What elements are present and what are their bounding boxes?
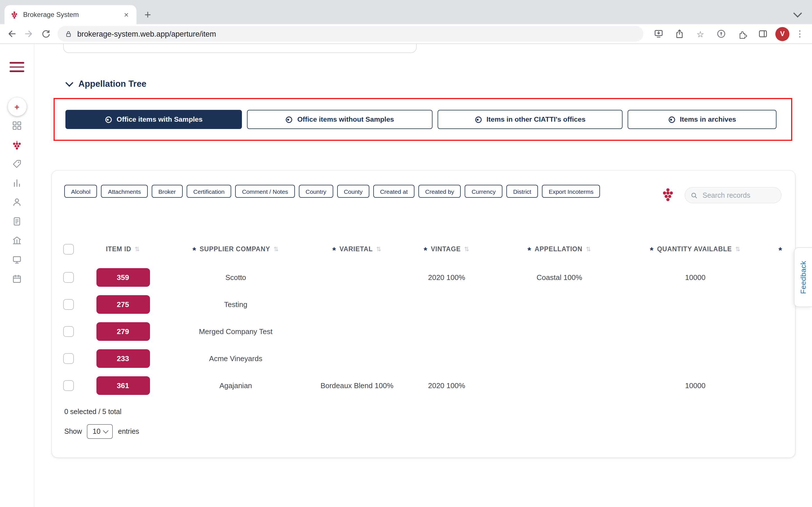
filter-chip-alcohol[interactable]: Alcohol <box>64 185 97 198</box>
target-dot-icon <box>668 116 675 123</box>
sidebar-nav <box>0 121 34 284</box>
sidebar-dashboard-icon[interactable] <box>12 121 22 131</box>
section-title: Appellation Tree <box>79 79 146 89</box>
item-id-badge[interactable]: 279 <box>96 322 150 341</box>
forward-arrow-icon <box>24 29 34 39</box>
extensions-button[interactable] <box>733 25 751 42</box>
row-checkbox[interactable] <box>63 380 74 391</box>
back-button[interactable] <box>3 25 20 42</box>
sidebar-tags-icon[interactable] <box>12 159 22 169</box>
row-checkbox[interactable] <box>63 272 74 283</box>
filter-chip-country[interactable]: Country <box>299 185 333 198</box>
chevron-down-icon <box>103 428 109 434</box>
new-tab-button[interactable]: + <box>140 7 156 22</box>
filter-chip-currency[interactable]: Currency <box>465 185 502 198</box>
sidebar-calendar-icon[interactable] <box>12 274 22 284</box>
sidebar-monitor-icon[interactable] <box>12 255 22 265</box>
lock-icon <box>64 30 73 38</box>
column-header-supplier-company[interactable]: * SUPPLIER COMPANY ⇅ <box>158 245 313 252</box>
sort-icon[interactable]: ⇅ <box>273 245 279 252</box>
item-id-badge[interactable]: 275 <box>96 295 150 314</box>
item-id-badge[interactable]: 361 <box>96 376 150 395</box>
browser-menu-kebab-icon[interactable]: ⋮ <box>794 29 806 39</box>
puzzle-icon <box>737 29 747 39</box>
office-items-without-samples-button[interactable]: Office items without Samples <box>247 110 433 129</box>
filter-chip-export-incoterms[interactable]: Export Incoterms <box>542 185 600 198</box>
select-all-checkbox[interactable] <box>63 244 74 255</box>
items-in-archives-button[interactable]: Items in archives <box>627 110 776 129</box>
quantity-available-cell: 10000 <box>626 381 765 390</box>
target-dot-icon <box>285 116 293 123</box>
forward-button[interactable] <box>20 25 37 42</box>
table-row: 279 Merged Company Test <box>52 318 795 345</box>
page-size-select[interactable]: 10 <box>87 424 113 439</box>
side-panel-icon <box>758 29 768 39</box>
tab-search-chevron-icon[interactable] <box>793 9 802 17</box>
filter-chip-broker[interactable]: Broker <box>152 185 183 198</box>
feedback-label: Feedback <box>799 261 808 293</box>
filter-chip-attachments[interactable]: Attachments <box>101 185 148 198</box>
filter-chip-county[interactable]: County <box>337 185 369 198</box>
sort-icon[interactable]: ⇅ <box>735 245 741 252</box>
share-button[interactable] <box>671 25 688 42</box>
column-header-item-id[interactable]: ITEM ID ⇅ <box>88 245 158 252</box>
bookmark-button[interactable]: ☆ <box>692 25 709 42</box>
sort-icon[interactable]: ⇅ <box>376 245 382 252</box>
column-header-vintage[interactable]: * VINTAGE ⇅ <box>400 245 493 252</box>
sidebar-documents-icon[interactable] <box>12 216 22 226</box>
item-id-badge[interactable]: 359 <box>96 268 150 286</box>
target-dot-icon <box>474 116 482 123</box>
grape-favicon-icon <box>10 10 18 19</box>
filter-chip-comment-notes[interactable]: Comment / Notes <box>235 185 295 198</box>
appellation-cell: Coastal 100% <box>493 273 626 281</box>
supplier-company-cell: Merged Company Test <box>158 327 313 335</box>
sort-icon[interactable]: ⇅ <box>135 245 140 252</box>
url-bar[interactable]: brokerage-system.web.app/aperture/item <box>57 26 644 42</box>
collapsed-card-partial <box>63 44 417 53</box>
sidebar-stats-icon[interactable] <box>12 178 22 188</box>
sort-icon[interactable]: ⇅ <box>586 245 591 252</box>
reload-button[interactable] <box>37 25 54 42</box>
add-fab-button[interactable]: + <box>8 98 26 116</box>
page-size-control: Show 10 entries <box>64 424 139 439</box>
appellation-tree-section-header[interactable]: Appellation Tree <box>66 79 146 89</box>
item-id-badge[interactable]: 233 <box>96 349 150 368</box>
filter-chip-created-by[interactable]: Created by <box>418 185 461 198</box>
items-table-card: Alcohol Attachments Broker Certification… <box>52 171 795 457</box>
install-app-button[interactable] <box>650 25 667 42</box>
button-label: Items in archives <box>680 115 736 123</box>
filter-chip-created-at[interactable]: Created at <box>373 185 414 198</box>
browser-tab[interactable]: Brokerage System × <box>4 5 137 24</box>
column-header-quantity-available[interactable]: * QUANTITY AVAILABLE ⇅ <box>626 245 765 252</box>
row-checkbox[interactable] <box>63 326 74 337</box>
profile-avatar[interactable]: V <box>775 27 790 41</box>
office-items-with-samples-button[interactable]: Office items with Samples <box>65 110 242 129</box>
table-row: 233 Acme Vineyards <box>52 345 795 372</box>
hamburger-menu-icon[interactable] <box>10 62 24 72</box>
app-sidebar: + <box>0 44 35 507</box>
search-input[interactable] <box>702 191 775 200</box>
sidebar-items-grape-icon[interactable] <box>12 140 22 150</box>
sidebar-contacts-icon[interactable] <box>12 197 22 207</box>
keyhole-circle-icon <box>716 29 726 39</box>
supplier-company-cell: Agajanian <box>158 381 313 390</box>
chevron-down-icon[interactable] <box>65 79 73 87</box>
search-records-box[interactable] <box>684 187 781 203</box>
feedback-tab[interactable]: Feedback <box>794 247 812 307</box>
button-label: Office items without Samples <box>297 115 394 123</box>
sidebar-winery-icon[interactable] <box>12 235 22 245</box>
column-header-varietal[interactable]: * VARIETAL ⇅ <box>313 245 400 252</box>
row-checkbox[interactable] <box>63 299 74 309</box>
side-panel-button[interactable] <box>755 25 771 42</box>
filter-chip-district[interactable]: District <box>506 185 538 198</box>
items-in-other-offices-button[interactable]: Items in other CIATTI's offices <box>438 110 622 129</box>
tab-close-icon[interactable]: × <box>122 10 131 20</box>
table-header: ITEM ID ⇅ * SUPPLIER COMPANY ⇅ * VARIETA… <box>52 235 795 257</box>
table-row: 359 Scotto 2020 100% Coastal 100% 10000 <box>52 264 795 291</box>
row-checkbox[interactable] <box>63 353 74 363</box>
button-label: Office items with Samples <box>117 115 203 123</box>
password-manager-button[interactable] <box>713 25 730 42</box>
column-header-appellation[interactable]: * APPELLATION ⇅ <box>493 245 626 252</box>
sort-icon[interactable]: ⇅ <box>464 245 469 252</box>
filter-chip-certification[interactable]: Certification <box>187 185 232 198</box>
